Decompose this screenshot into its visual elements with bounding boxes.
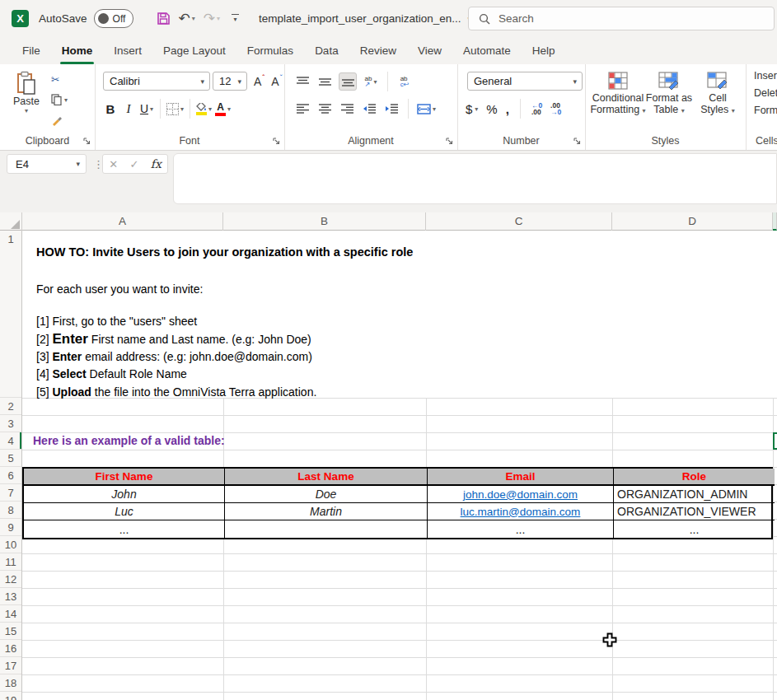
menu-tab-insert[interactable]: Insert xyxy=(103,37,152,64)
email-link[interactable]: luc.martin@domain.com xyxy=(461,506,581,518)
row-header-12[interactable]: 12 xyxy=(0,571,21,588)
font-color-button[interactable]: A ▾ xyxy=(215,100,231,117)
row-header-8[interactable]: 8 xyxy=(0,502,21,519)
menu-tab-data[interactable]: Data xyxy=(304,37,349,64)
table-header-last-name[interactable]: Last Name xyxy=(225,469,428,486)
row-header-5[interactable]: 5 xyxy=(0,450,21,467)
currency-format-button[interactable]: $ ▾ xyxy=(466,102,478,116)
cut-button[interactable]: ✂ xyxy=(51,72,68,86)
row-header-17[interactable]: 17 xyxy=(0,657,21,674)
italic-button[interactable]: I xyxy=(121,100,136,117)
redo-button[interactable]: ↷ ▾ xyxy=(204,12,220,26)
save-button[interactable] xyxy=(157,12,171,26)
cell-email[interactable]: ... xyxy=(428,520,614,538)
row-header-13[interactable]: 13 xyxy=(0,588,21,605)
row-header-14[interactable]: 14 xyxy=(0,605,21,623)
format-painter-button[interactable] xyxy=(51,114,68,127)
menu-tab-page-layout[interactable]: Page Layout xyxy=(152,37,236,64)
number-dialog-launcher[interactable] xyxy=(573,138,581,145)
menu-tab-home[interactable]: Home xyxy=(51,37,104,64)
column-header-b[interactable]: B xyxy=(223,212,426,231)
align-center-button[interactable] xyxy=(316,100,333,117)
wrap-text-button[interactable]: abc↩ xyxy=(396,73,413,90)
number-format-select[interactable]: General ▾ xyxy=(467,72,583,91)
cell-role[interactable]: ORGANIZATION_ADMIN xyxy=(614,486,775,503)
borders-button[interactable]: ▾ xyxy=(166,100,184,117)
row-header-18[interactable]: 18 xyxy=(0,674,21,692)
undo-button[interactable]: ↶ ▾ xyxy=(179,12,195,26)
format-cells-button[interactable]: Format xyxy=(751,105,777,116)
customize-qat-button[interactable]: ▾ xyxy=(232,14,239,23)
format-as-table-button[interactable]: Format as Table ▾ xyxy=(644,71,694,117)
align-middle-button[interactable] xyxy=(316,73,333,90)
underline-button[interactable]: U ▾ xyxy=(139,100,154,117)
row-header-7[interactable]: 7 xyxy=(0,484,21,502)
insert-cells-button[interactable]: Insert xyxy=(751,70,777,82)
cancel-icon[interactable]: ✕ xyxy=(109,158,118,170)
decrease-font-size-button[interactable]: A ˇ xyxy=(271,75,282,88)
decrease-decimal-button[interactable]: .00 →0 xyxy=(550,102,561,115)
cell-role[interactable]: ORGANIZATION_VIEWER xyxy=(614,503,775,520)
align-bottom-button[interactable] xyxy=(339,72,357,91)
percent-format-button[interactable]: % xyxy=(486,102,497,116)
menu-tab-formulas[interactable]: Formulas xyxy=(236,37,304,64)
table-header-email[interactable]: Email xyxy=(428,469,614,486)
increase-font-size-button[interactable]: A ˆ xyxy=(254,75,264,88)
row-header-2[interactable]: 2 xyxy=(0,398,21,415)
font-name-select[interactable]: Calibri ▾ xyxy=(103,72,210,91)
row-header-9[interactable]: 9 xyxy=(0,519,21,536)
cell-first-name[interactable]: Luc xyxy=(24,503,225,520)
merge-center-button[interactable]: ▾ xyxy=(417,100,436,117)
align-left-button[interactable] xyxy=(294,100,311,117)
increase-decimal-button[interactable]: ←0 .00 xyxy=(531,102,542,115)
autosave-toggle[interactable]: Off xyxy=(94,9,133,28)
document-title[interactable]: template_import_user_organization_en... … xyxy=(259,12,471,25)
column-header-c[interactable]: C xyxy=(426,212,612,231)
font-size-select[interactable]: 12 ▾ xyxy=(213,72,247,91)
cell-first-name[interactable]: John xyxy=(24,486,225,503)
menu-tab-review[interactable]: Review xyxy=(349,37,407,64)
font-dialog-launcher[interactable] xyxy=(273,138,280,145)
align-right-button[interactable] xyxy=(339,100,355,117)
row-header-15[interactable]: 15 xyxy=(0,623,21,640)
decrease-indent-button[interactable] xyxy=(361,100,377,117)
cell-role[interactable]: ... xyxy=(614,520,775,538)
table-header-first-name[interactable]: First Name xyxy=(24,469,225,486)
align-top-button[interactable] xyxy=(294,73,311,90)
conditional-formatting-button[interactable]: Conditional Formatting ▾ xyxy=(589,71,647,117)
row-header-19[interactable]: 19 xyxy=(0,692,21,700)
email-link[interactable]: john.doe@domain.com xyxy=(463,488,578,501)
row-header-16[interactable]: 16 xyxy=(0,640,21,657)
cell-email[interactable]: john.doe@domain.com xyxy=(428,486,614,503)
search-input[interactable]: Search xyxy=(468,7,775,30)
enter-icon[interactable]: ✓ xyxy=(129,158,138,170)
row-header-1[interactable]: 1 xyxy=(0,231,21,398)
alignment-dialog-launcher[interactable] xyxy=(446,138,453,145)
table-header-role[interactable]: Role xyxy=(614,469,775,486)
cell-styles-button[interactable]: Cell Styles ▾ xyxy=(696,71,739,117)
cell-first-name[interactable]: ... xyxy=(24,520,225,538)
insert-function-button[interactable]: fx xyxy=(151,157,161,170)
paste-button[interactable]: Paste ▾ xyxy=(10,71,43,114)
menu-tab-file[interactable]: File xyxy=(12,37,51,64)
cell-last-name[interactable]: Martin xyxy=(225,503,428,520)
menu-tab-automate[interactable]: Automate xyxy=(452,37,522,64)
chevron-down-icon[interactable]: ▾ xyxy=(192,16,195,22)
row-header-4[interactable]: 4 xyxy=(0,432,21,450)
column-header-d[interactable]: D xyxy=(612,212,773,231)
clipboard-dialog-launcher[interactable] xyxy=(83,138,91,145)
row-header-10[interactable]: 10 xyxy=(0,536,21,553)
comma-format-button[interactable]: , xyxy=(506,102,509,116)
cell-last-name[interactable]: Doe xyxy=(225,486,428,503)
menu-tab-help[interactable]: Help xyxy=(522,37,566,64)
menu-tab-view[interactable]: View xyxy=(407,37,452,64)
cell-last-name[interactable] xyxy=(225,520,428,538)
delete-cells-button[interactable]: Delete xyxy=(751,87,777,99)
column-header-e-partial[interactable] xyxy=(773,212,777,231)
cell-email[interactable]: luc.martin@domain.com xyxy=(428,503,614,520)
row-header-11[interactable]: 11 xyxy=(0,553,21,571)
name-box[interactable]: E4 ▾ xyxy=(7,154,87,174)
sheet-content[interactable]: HOW TO: Invite Users to join your organi… xyxy=(22,231,777,700)
increase-indent-button[interactable] xyxy=(383,100,400,117)
formula-input[interactable] xyxy=(173,153,777,204)
